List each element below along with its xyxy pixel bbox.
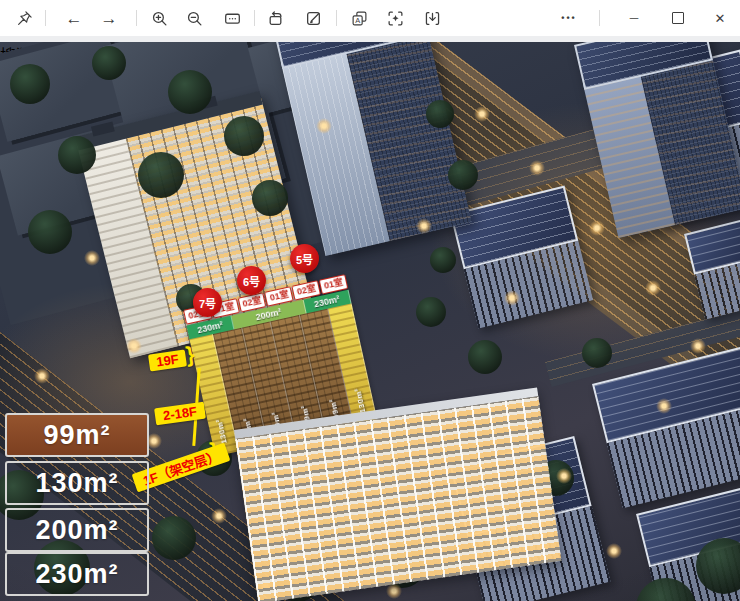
district-base <box>0 42 368 325</box>
alt-text-icon[interactable]: A <box>342 3 376 33</box>
close-button[interactable]: ✕ <box>700 3 740 33</box>
street-light <box>84 250 100 266</box>
edit-icon[interactable] <box>296 3 330 33</box>
street-light <box>316 118 332 134</box>
tree <box>10 64 50 104</box>
tree <box>92 46 126 80</box>
street-light <box>126 338 142 354</box>
maximize-button[interactable] <box>658 3 698 33</box>
tree <box>298 372 338 412</box>
street-light <box>416 218 432 234</box>
toolbar-photo-gap <box>0 36 740 42</box>
tree <box>168 70 212 114</box>
street-light <box>386 583 402 599</box>
actual-size-icon[interactable] <box>215 3 249 33</box>
floor-label-1f: 1F（架空层） <box>132 443 231 493</box>
visual-search-icon[interactable] <box>378 3 412 33</box>
glass-tower-right <box>574 42 740 238</box>
toolbar-divider <box>136 10 137 26</box>
legend-item-200: 200m² <box>5 508 149 552</box>
tree <box>538 460 574 496</box>
photo-canvas[interactable]: 02室 01室 02室 01室 02室 01室 230m² 200m² 230m… <box>0 42 740 601</box>
rotate-icon[interactable] <box>258 3 292 33</box>
tree <box>378 540 426 588</box>
svg-text:A: A <box>355 16 360 25</box>
tree <box>416 297 446 327</box>
office-building <box>450 185 593 328</box>
watermark: 搜狐号@搜狐焦点鄂州站 <box>0 42 740 66</box>
tree <box>468 340 502 374</box>
street-light <box>645 280 661 296</box>
legend-item-130: 130m² <box>5 461 149 505</box>
tree <box>582 338 612 368</box>
unit-label: 01室 <box>319 274 348 294</box>
unit-strip-row: 130m² 99m² 99m² 99m² 99m² 130m² <box>189 303 377 456</box>
unit-label: 02室 <box>237 292 266 312</box>
unit-strip: 99m² <box>299 309 354 433</box>
tree <box>276 558 320 601</box>
street-light <box>258 578 274 594</box>
top-floor-band: 230m² 200m² 230m² <box>186 290 351 340</box>
unit-label: 01室 <box>265 286 294 306</box>
road-glow <box>0 282 280 482</box>
building-block <box>103 42 261 132</box>
tree <box>28 210 72 254</box>
building-block <box>142 103 286 211</box>
unit-strip: 99m² <box>271 315 326 439</box>
street-light <box>529 160 545 176</box>
office-building <box>636 487 740 601</box>
zoom-out-icon[interactable] <box>177 3 211 33</box>
unit-strip: 130m² <box>189 334 238 456</box>
street-light <box>606 543 622 559</box>
band-segment: 230m² <box>186 316 234 340</box>
building-block <box>0 121 151 236</box>
minimize-button[interactable]: ─ <box>614 3 654 33</box>
road-left <box>0 277 371 601</box>
street-light <box>589 220 605 236</box>
tree <box>0 470 44 520</box>
toolbar: ← → <box>0 0 740 36</box>
floor-bracket: { <box>208 438 220 465</box>
tree <box>636 578 696 601</box>
toolbar-divider <box>336 10 337 26</box>
back-button[interactable]: ← <box>57 3 91 33</box>
tree <box>448 160 478 190</box>
street-light <box>146 433 162 449</box>
tree <box>426 100 454 128</box>
tree <box>176 284 206 314</box>
tree <box>34 540 90 596</box>
pin-icon[interactable] <box>7 3 41 33</box>
office-building <box>684 219 740 319</box>
building-badge-7: 7号 <box>193 288 222 317</box>
band-segment: 200m² <box>232 300 306 329</box>
unit-strip: 130m² <box>328 303 377 425</box>
photo-viewer-window: ← → <box>0 0 740 601</box>
legend-item-230: 230m² <box>5 552 149 596</box>
street-light <box>211 508 227 524</box>
annotated-facade: 02室 01室 02室 01室 02室 01室 230m² 200m² 230m… <box>183 274 378 456</box>
toolbar-divider <box>45 10 46 26</box>
save-icon[interactable] <box>415 3 449 33</box>
maximize-icon <box>672 12 684 24</box>
building-block <box>0 42 128 142</box>
zoom-in-icon[interactable] <box>142 3 176 33</box>
street-light <box>504 290 520 306</box>
glass-tower-center <box>272 42 472 256</box>
floor-label-2-18f: 2-18F <box>154 402 206 426</box>
tree <box>252 180 288 216</box>
forward-button[interactable]: → <box>92 3 126 33</box>
floor-connector-line <box>192 368 200 446</box>
tree <box>430 247 456 273</box>
tree <box>224 116 264 156</box>
foreground-building <box>234 387 561 601</box>
vignette <box>0 42 740 601</box>
tree <box>152 516 196 560</box>
unit-label-row: 02室 01室 02室 01室 02室 01室 <box>183 274 348 325</box>
street-light <box>556 468 572 484</box>
tree <box>696 538 740 594</box>
street-light <box>690 338 706 354</box>
office-building <box>450 436 610 601</box>
building-badge-5: 5号 <box>290 244 319 273</box>
band-segment: 230m² <box>303 290 351 314</box>
more-options-button[interactable]: ••• <box>552 3 586 33</box>
